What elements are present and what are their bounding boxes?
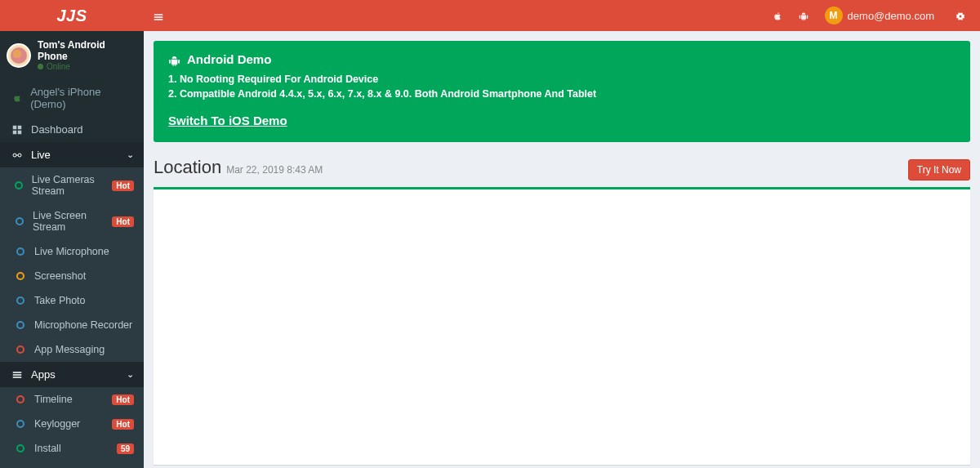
sidebar-item-dashboard[interactable]: Dashboard — [0, 117, 144, 142]
sidebar-sub-item[interactable]: App Messaging — [0, 337, 144, 362]
sidebar-group-label: Live — [31, 149, 51, 161]
page-subtitle: Mar 22, 2019 8:43 AM — [226, 164, 323, 176]
svg-point-1 — [18, 154, 21, 157]
sidebar-group-apps[interactable]: Apps ⌄ — [0, 362, 144, 387]
try-it-now-button[interactable]: Try It Now — [908, 159, 970, 181]
circle-icon — [13, 296, 28, 305]
badge: Hot — [112, 394, 134, 405]
apple-icon[interactable] — [764, 9, 791, 22]
device-name: Tom's Android Phone — [38, 39, 137, 62]
info-line-1: 1. No Rooting Required For Android Devic… — [168, 72, 956, 87]
sidebar-sub-item[interactable]: Live Microphone — [0, 239, 144, 264]
sidebar-sub-item[interactable]: TimelineHot — [0, 387, 144, 412]
sidebar-item-label: App Messaging — [34, 344, 105, 355]
sidebar-sub-item[interactable]: Activity59 — [0, 461, 144, 468]
device-avatar — [7, 43, 31, 68]
chevron-down-icon: ⌄ — [127, 369, 134, 380]
sidebar-item-angel-iphone[interactable]: Angel's iPhone (Demo) — [0, 79, 144, 117]
sidebar-sub-item[interactable]: KeyloggerHot — [0, 412, 144, 436]
sidebar-sub-item[interactable]: Take Photo — [0, 288, 144, 313]
sidebar-item-label: Take Photo — [34, 295, 86, 306]
sidebar-item-label: Live Microphone — [34, 246, 109, 257]
live-icon — [10, 150, 24, 160]
page-title: Location — [154, 157, 221, 178]
info-banner: Android Demo 1. No Rooting Required For … — [154, 41, 970, 142]
circle-icon — [13, 345, 28, 354]
dashboard-icon — [10, 125, 24, 135]
circle-icon — [13, 420, 28, 428]
page-header: Location Mar 22, 2019 8:43 AM Try It Now — [154, 157, 970, 181]
sidebar-sub-item[interactable]: Live Screen StreamHot — [0, 203, 144, 239]
badge: 59 — [117, 443, 134, 454]
sidebar-item-label: Angel's iPhone (Demo) — [30, 86, 134, 110]
svg-point-0 — [13, 154, 16, 157]
apps-icon — [10, 370, 24, 380]
sidebar-live-submenu: Live Cameras StreamHotLive Screen Stream… — [0, 167, 144, 362]
info-line-2: 2. Compatible Android 4.4.x, 5.x, 6.x, 7… — [168, 87, 956, 102]
badge: Hot — [112, 181, 134, 191]
circle-icon — [13, 395, 28, 403]
circle-icon — [13, 217, 26, 225]
badge: Hot — [112, 216, 134, 227]
device-info: Tom's Android Phone Online — [38, 39, 137, 71]
sidebar-group-live[interactable]: Live ⌄ — [0, 142, 144, 167]
topbar: JJS M demo@demo.com — [0, 0, 980, 31]
sidebar-sub-item[interactable]: Install59 — [0, 436, 144, 461]
user-panel: Tom's Android Phone Online — [0, 31, 144, 79]
circle-icon — [13, 321, 28, 329]
circle-icon — [13, 181, 25, 189]
sidebar-group-label: Apps — [31, 368, 56, 381]
circle-icon — [13, 247, 28, 256]
sidebar-item-label: Dashboard — [31, 123, 83, 136]
sidebar-item-label: Microphone Recorder — [34, 319, 132, 331]
circle-icon — [13, 444, 28, 452]
user-menu[interactable]: M demo@demo.com — [817, 7, 947, 25]
sidebar-item-label: Keylogger — [34, 418, 80, 430]
chevron-down-icon: ⌄ — [127, 149, 134, 160]
content-box — [154, 187, 970, 465]
sidebar-sub-item[interactable]: Microphone Recorder — [0, 313, 144, 337]
sidebar-sub-item[interactable]: Live Cameras StreamHot — [0, 167, 144, 203]
main-content: Android Demo 1. No Rooting Required For … — [144, 31, 980, 468]
sidebar-item-label: Live Cameras Stream — [32, 174, 113, 197]
circle-icon — [13, 272, 28, 280]
sidebar-sub-item[interactable]: Screenshot — [0, 264, 144, 288]
sidebar-item-label: Live Screen Stream — [33, 210, 112, 233]
info-banner-title: Android Demo — [168, 52, 956, 67]
avatar: M — [825, 7, 843, 25]
sidebar-apps-submenu: TimelineHotKeyloggerHotInstall59Activity… — [0, 387, 144, 468]
android-icon[interactable] — [791, 9, 817, 22]
user-email: demo@demo.com — [848, 10, 934, 22]
device-status: Online — [38, 62, 137, 71]
sidebar-item-label: Timeline — [34, 394, 73, 405]
sidebar-item-label: Install — [34, 443, 61, 454]
settings-icon[interactable] — [947, 9, 973, 22]
sidebar-item-label: Screenshot — [34, 270, 86, 282]
apple-icon — [10, 93, 24, 103]
menu-toggle-button[interactable] — [144, 9, 173, 23]
brand-logo[interactable]: JJS — [0, 7, 144, 25]
sidebar: Tom's Android Phone Online Angel's iPhon… — [0, 31, 144, 468]
badge: Hot — [112, 419, 134, 430]
topbar-right: M demo@demo.com — [764, 7, 980, 25]
switch-demo-link[interactable]: Switch To iOS Demo — [168, 114, 287, 127]
android-icon — [168, 52, 180, 67]
